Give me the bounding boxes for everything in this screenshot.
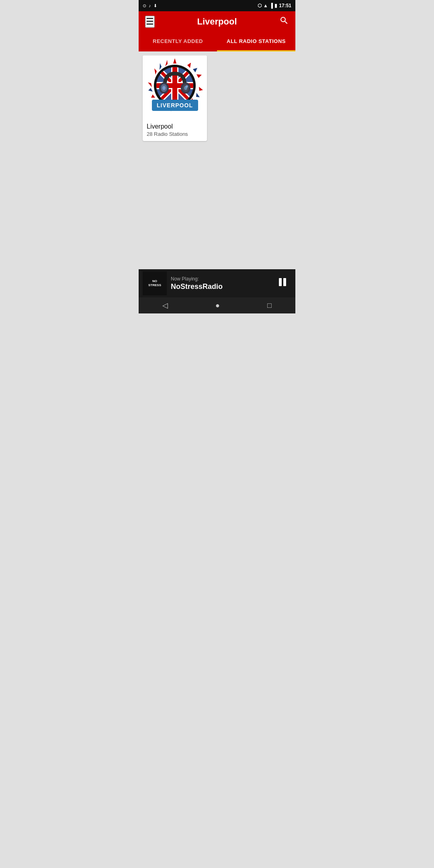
station-logo: LIVERPOOL bbox=[143, 55, 207, 120]
tab-bar: RECENTLY ADDED ALL RADIO STATIONS bbox=[139, 32, 295, 51]
now-playing-bar[interactable]: NOSTRESS Now Playing: NoStressRadio bbox=[139, 269, 295, 297]
tab-all-radio-stations[interactable]: ALL RADIO STATIONS bbox=[217, 32, 295, 50]
status-right-icons: ⬡ ▲ ▐ ▮ 17:51 bbox=[258, 3, 291, 8]
menu-button[interactable]: ☰ bbox=[145, 16, 155, 28]
svg-point-35 bbox=[162, 86, 166, 90]
search-button[interactable] bbox=[279, 16, 289, 28]
station-card-info: Liverpool 28 Radio Stations bbox=[143, 120, 207, 141]
battery-icon: ▮ bbox=[274, 3, 277, 8]
svg-rect-43 bbox=[283, 278, 286, 286]
app-bar: ☰ Liverpool bbox=[139, 11, 295, 32]
tab-recently-added[interactable]: RECENTLY ADDED bbox=[139, 32, 217, 50]
app-title: Liverpool bbox=[197, 16, 237, 27]
pause-button[interactable] bbox=[274, 273, 291, 293]
np-logo: NOSTRESS bbox=[143, 271, 167, 295]
back-button[interactable]: ◁ bbox=[154, 299, 176, 312]
camera-icon: ⊙ bbox=[143, 3, 146, 8]
status-bar: ⊙ ♪ ⬇ ⬡ ▲ ▐ ▮ 17:51 bbox=[139, 0, 295, 11]
np-info: Now Playing: NoStressRadio bbox=[171, 276, 270, 291]
recent-apps-button[interactable]: □ bbox=[259, 299, 280, 312]
content-area: LIVERPOOL Liverpool 28 Radio Stations bbox=[139, 51, 295, 285]
cast-icon: ⬡ bbox=[258, 3, 262, 8]
station-name: Liverpool bbox=[147, 123, 203, 130]
home-button[interactable]: ● bbox=[207, 299, 228, 312]
liverpool-logo-svg: LIVERPOOL bbox=[144, 57, 206, 119]
now-playing-title: NoStressRadio bbox=[171, 283, 270, 291]
music-icon: ♪ bbox=[149, 3, 151, 8]
svg-point-39 bbox=[186, 85, 188, 88]
svg-rect-42 bbox=[279, 278, 282, 286]
time-display: 17:51 bbox=[279, 3, 291, 8]
station-card-liverpool[interactable]: LIVERPOOL Liverpool 28 Radio Stations bbox=[143, 55, 207, 141]
svg-text:LIVERPOOL: LIVERPOOL bbox=[157, 102, 193, 108]
nav-bar: ◁ ● □ bbox=[139, 297, 295, 313]
np-logo-text: NOSTRESS bbox=[148, 279, 161, 287]
search-icon bbox=[279, 16, 289, 25]
station-count: 28 Radio Stations bbox=[147, 131, 203, 137]
status-left-icons: ⊙ ♪ ⬇ bbox=[143, 3, 157, 8]
signal-icon: ▐ bbox=[270, 3, 273, 8]
download-icon: ⬇ bbox=[154, 3, 157, 8]
wifi-icon: ▲ bbox=[263, 3, 268, 8]
now-playing-label: Now Playing: bbox=[171, 276, 270, 282]
